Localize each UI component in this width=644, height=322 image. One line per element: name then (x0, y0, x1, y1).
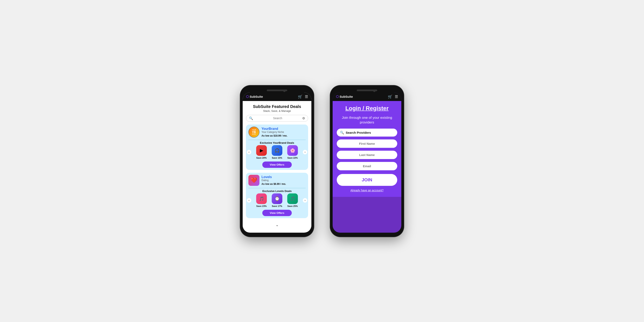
email-input[interactable] (337, 162, 397, 170)
yourbrand-next-btn[interactable]: › (303, 150, 307, 154)
yourbrand-offer-save-1: Save 20% (256, 156, 267, 159)
yourbrand-exclusive-title: Exclusive YourBrand Deals (246, 140, 308, 145)
phone-1: ⬡ SubSuite 🛒 ☰ SubSuite Featured Deals S… (240, 86, 314, 237)
join-button[interactable]: JOIN (337, 174, 397, 186)
lovels-prev-btn[interactable]: ‹ (247, 198, 251, 202)
lovels-offers-row: ‹ 🎵 Save 23% ⌚ Save 17% 🎵 Save 25% › (246, 194, 308, 209)
lovels-category: Dating (262, 179, 306, 182)
phone-2: ⬡ SubSuite 🛒 ☰ Login / Register Join thr… (330, 86, 404, 237)
already-account-link[interactable]: Already have an account? (350, 189, 384, 192)
lovels-logo: ❤️ (248, 175, 260, 186)
lovels-offer-1: 🎵 Save 23% (256, 194, 267, 207)
last-name-input[interactable] (337, 151, 397, 159)
scroll-down-icon: ⌄ (246, 221, 308, 229)
cart-icon-1[interactable]: 🛒 (298, 94, 302, 99)
search-input[interactable] (254, 116, 301, 120)
logo-text-1: SubSuite (250, 95, 263, 98)
search-providers-icon: 🔍 (340, 131, 344, 134)
lovels-offer-2: ⌚ Save 17% (272, 194, 282, 207)
logo-icon-2: ⬡ (336, 95, 339, 98)
deal-card-yourbrand: YOUR YB BRAND YourBrand Your Category Ni… (246, 124, 308, 170)
lovels-view-offers-btn[interactable]: View Offers (262, 210, 292, 216)
logo-2: ⬡ SubSuite (336, 95, 353, 98)
lovels-price: As low as $6.99 / mo. (262, 182, 306, 186)
yourbrand-view-offers-btn[interactable]: View Offers (262, 162, 292, 168)
yourbrand-category: Your Category Niche (262, 131, 306, 134)
filter-icon[interactable]: ⚙ (302, 116, 305, 120)
featured-subtitle: Stack, Save, & Manage (246, 110, 308, 112)
yourbrand-offer-icon-3: 🌸 (287, 145, 298, 156)
login-title: Login / Register (345, 105, 389, 112)
yourbrand-logo: YOUR YB BRAND (248, 126, 260, 138)
deal-header-yourbrand: YOUR YB BRAND YourBrand Your Category Ni… (246, 124, 308, 140)
yourbrand-offer-save-2: Save 15% (272, 156, 282, 159)
yourbrand-price: As low as $18.99 / mo. (262, 134, 306, 137)
lovels-next-btn[interactable]: › (303, 198, 307, 202)
search-icon: 🔍 (249, 116, 253, 120)
search-providers-bar[interactable]: 🔍 Search Providers (337, 128, 397, 136)
yourbrand-offer-icon-1: ▶ (256, 145, 267, 156)
yourbrand-info: YourBrand Your Category Niche As low as … (262, 127, 306, 137)
lovels-offer-icon-1: 🎵 (256, 194, 267, 204)
yourbrand-prev-btn[interactable]: ‹ (247, 150, 251, 154)
lovels-offer-3: 🎵 Save 25% (287, 194, 298, 207)
menu-icon-2[interactable]: ☰ (395, 94, 398, 99)
logo-text-2: SubSuite (340, 95, 353, 98)
nav-icons-2: 🛒 ☰ (388, 94, 398, 99)
nav-bar-1: ⬡ SubSuite 🛒 ☰ (243, 92, 311, 101)
login-subtitle: Join through one of your existing provid… (337, 115, 397, 125)
lovels-offer-save-3: Save 25% (288, 205, 298, 207)
lovels-name: Lovels (262, 175, 306, 179)
lovels-offer-save-1: Save 23% (256, 205, 267, 207)
lovels-offer-icon-3: 🎵 (287, 194, 298, 204)
yourbrand-name: YourBrand (262, 127, 306, 131)
search-bar[interactable]: 🔍 ⚙ (246, 115, 308, 122)
yourbrand-offer-icon-2: 🎧 (272, 145, 282, 156)
first-name-input[interactable] (337, 140, 397, 148)
logo-1: ⬡ SubSuite (246, 95, 263, 98)
lovels-offer-save-2: Save 17% (272, 205, 282, 207)
lovels-offer-icon-2: ⌚ (272, 194, 282, 204)
phone1-content: SubSuite Featured Deals Stack, Save, & M… (243, 101, 311, 232)
search-providers-text: Search Providers (346, 131, 371, 134)
yourbrand-offer-1: ▶ Save 20% (256, 145, 267, 159)
deal-card-lovels: ❤️ Lovels Dating As low as $6.99 / mo. E… (246, 173, 308, 218)
yourbrand-offers-row: ‹ ▶ Save 20% 🎧 Save 15% 🌸 Save 22% › (246, 145, 308, 161)
logo-icon-1: ⬡ (246, 95, 249, 98)
menu-icon-1[interactable]: ☰ (305, 94, 308, 99)
phone2-content: Login / Register Join through one of you… (333, 101, 401, 197)
featured-title: SubSuite Featured Deals (246, 104, 308, 109)
nav-bar-2: ⬡ SubSuite 🛒 ☰ (333, 92, 401, 101)
cart-icon-2[interactable]: 🛒 (388, 94, 392, 99)
nav-icons-1: 🛒 ☰ (298, 94, 308, 99)
yourbrand-offer-save-3: Save 22% (288, 156, 298, 159)
lovels-exclusive-title: Exclusive Lovels Deals (246, 188, 308, 194)
deal-header-lovels: ❤️ Lovels Dating As low as $6.99 / mo. (246, 173, 308, 188)
lovels-info: Lovels Dating As low as $6.99 / mo. (262, 175, 306, 186)
yourbrand-offer-3: 🌸 Save 22% (287, 145, 298, 159)
yourbrand-offer-2: 🎧 Save 15% (272, 145, 282, 159)
